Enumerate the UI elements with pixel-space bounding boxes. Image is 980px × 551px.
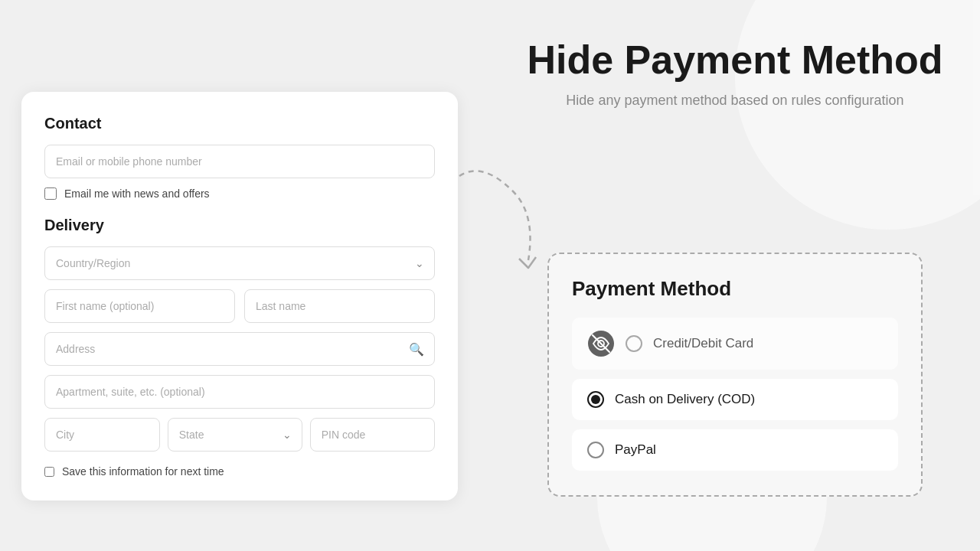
payment-label-credit: Credit/Debit Card <box>653 336 753 351</box>
contact-section-title: Contact <box>44 115 435 132</box>
pin-code-input[interactable] <box>310 418 435 452</box>
payment-method-title: Payment Method <box>572 277 898 301</box>
newsletter-label: Email me with news and offers <box>64 187 210 200</box>
address-input[interactable] <box>44 332 435 366</box>
payment-option-paypal[interactable]: PayPal <box>572 429 898 471</box>
radio-credit[interactable] <box>626 335 642 352</box>
payment-method-box: Payment Method Credit/Debit Card Cash on… <box>547 253 923 497</box>
page-title: Hide Payment Method <box>527 38 942 82</box>
city-input[interactable] <box>44 418 160 452</box>
page-subtitle: Hide any payment method based on rules c… <box>566 93 903 109</box>
last-name-input[interactable] <box>244 289 435 323</box>
delivery-section-title: Delivery <box>44 217 435 234</box>
first-name-input[interactable] <box>44 289 235 323</box>
newsletter-checkbox[interactable] <box>44 187 57 200</box>
payment-option-cod[interactable]: Cash on Delivery (COD) <box>572 379 898 420</box>
payment-label-paypal: PayPal <box>615 442 656 458</box>
radio-paypal[interactable] <box>587 442 604 458</box>
payment-label-cod: Cash on Delivery (COD) <box>615 392 755 407</box>
radio-cod[interactable] <box>587 391 604 408</box>
checkout-form: Contact Email me with news and offers De… <box>21 92 458 500</box>
email-input[interactable] <box>44 145 435 178</box>
save-info-checkbox[interactable] <box>44 467 54 477</box>
right-panel: Hide Payment Method Hide any payment met… <box>490 0 980 551</box>
country-region-wrapper: Country/Region ⌄ <box>44 246 435 280</box>
eye-slash-icon <box>587 330 615 357</box>
country-region-select[interactable]: Country/Region <box>44 246 435 280</box>
search-icon: 🔍 <box>409 342 424 357</box>
state-select[interactable]: State <box>168 418 302 452</box>
apartment-input[interactable] <box>44 375 435 409</box>
save-info-label: Save this information for next time <box>62 465 224 478</box>
payment-option-credit[interactable]: Credit/Debit Card <box>572 318 898 370</box>
